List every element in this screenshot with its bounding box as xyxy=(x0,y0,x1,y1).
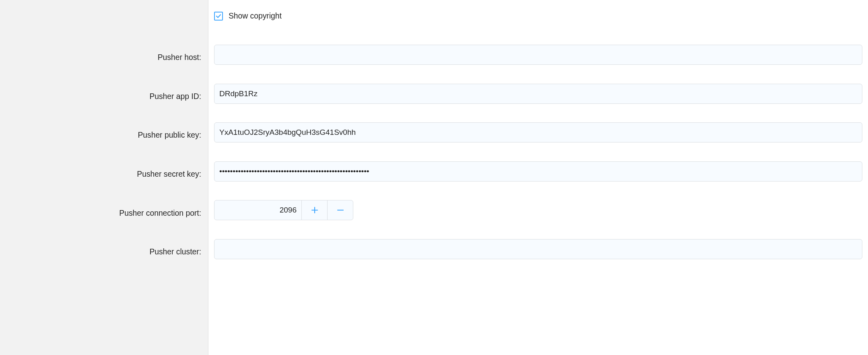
pusher-cluster-input[interactable] xyxy=(214,239,862,259)
show-copyright-control: Show copyright xyxy=(208,1,868,22)
plus-icon xyxy=(311,206,318,214)
pusher-connection-port-control xyxy=(208,182,868,221)
pusher-secret-key-input[interactable] xyxy=(214,161,862,182)
pusher-host-input[interactable] xyxy=(214,45,862,65)
pusher-app-id-control xyxy=(208,66,868,105)
pusher-cluster-label: Pusher cluster: xyxy=(0,225,208,256)
check-icon xyxy=(216,13,221,19)
pusher-host-label: Pusher host: xyxy=(0,25,208,62)
show-copyright-checkbox[interactable] xyxy=(214,12,223,21)
pusher-secret-key-control xyxy=(208,144,868,183)
pusher-secret-key-label: Pusher secret key: xyxy=(0,147,208,179)
show-copyright-label: Show copyright xyxy=(229,12,282,21)
pusher-public-key-label: Pusher public key: xyxy=(0,108,208,140)
pusher-connection-port-input[interactable] xyxy=(214,200,301,220)
settings-form: Show copyright Pusher host: Pusher app I… xyxy=(0,0,868,355)
show-copyright-label-spacer xyxy=(0,6,208,17)
show-copyright-checkbox-wrap: Show copyright xyxy=(214,12,862,21)
pusher-cluster-control xyxy=(208,221,868,260)
port-decrement-button[interactable] xyxy=(327,200,353,220)
pusher-public-key-input[interactable] xyxy=(214,122,862,142)
port-increment-button[interactable] xyxy=(301,200,327,220)
pusher-app-id-label: Pusher app ID: xyxy=(0,70,208,101)
pusher-connection-port-stepper xyxy=(214,200,353,220)
pusher-connection-port-label: Pusher connection port: xyxy=(0,186,208,218)
pusher-app-id-input[interactable] xyxy=(214,84,862,104)
pusher-host-control xyxy=(208,21,868,66)
minus-icon xyxy=(337,206,344,214)
pusher-public-key-control xyxy=(208,105,868,144)
